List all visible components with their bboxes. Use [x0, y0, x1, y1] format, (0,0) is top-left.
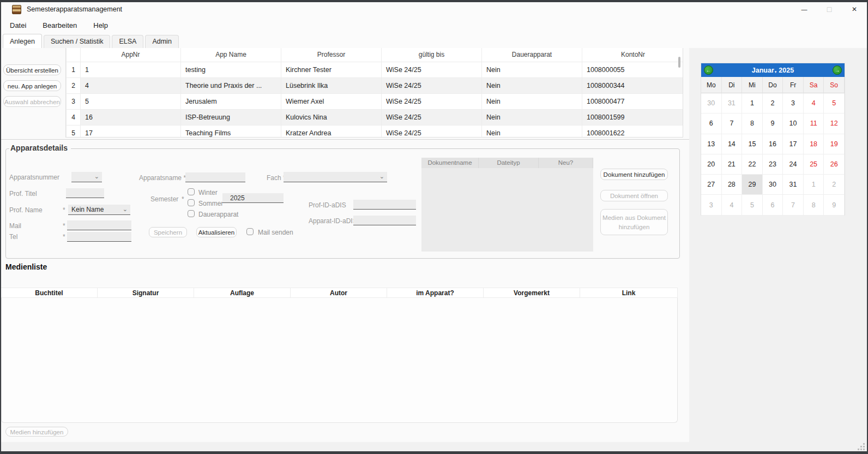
calendar-day[interactable]: 9: [824, 195, 845, 215]
calendar-day[interactable]: 30: [701, 93, 722, 113]
apps-col-g-ltig-bis[interactable]: gültig bis: [382, 48, 482, 62]
winter-radio[interactable]: [188, 188, 195, 195]
calendar-day[interactable]: 1: [804, 175, 824, 195]
calendar-day[interactable]: 29: [742, 175, 763, 195]
calendar-year[interactable]: 2025: [779, 67, 794, 74]
table-row[interactable]: 24Theorie und Praxis der ...Lüsebrink Il…: [67, 77, 684, 93]
calendar-day[interactable]: 31: [783, 175, 804, 195]
menu-item-help[interactable]: Help: [93, 21, 108, 29]
prof-titel-field[interactable]: [66, 188, 104, 198]
calendar-day[interactable]: 3: [783, 93, 804, 113]
apps-col-dauerapparat[interactable]: Dauerapparat: [482, 48, 582, 62]
calendar-day[interactable]: 6: [701, 113, 722, 134]
table-row[interactable]: 35JerusalemWiemer AxelWiSe 24/25Nein1008…: [67, 93, 684, 109]
calendar-month-caret-icon: ▾: [775, 70, 777, 74]
calendar-day[interactable]: 5: [824, 93, 845, 113]
tab-elsa[interactable]: ELSA: [112, 35, 143, 48]
calendar-day[interactable]: 7: [722, 113, 743, 134]
app-icon: [12, 5, 21, 14]
tab-suchen-statistik[interactable]: Suchen / Statistik: [44, 35, 111, 48]
aktualisieren-button[interactable]: Aktualisieren: [196, 227, 237, 237]
calendar-day[interactable]: 6: [763, 195, 783, 215]
calendar-day[interactable]: 28: [722, 175, 743, 195]
calendar-day[interactable]: 10: [783, 113, 804, 134]
dauerapparat-radio[interactable]: [188, 210, 195, 217]
calendar-month[interactable]: Januar: [752, 67, 774, 74]
menu-item-datei[interactable]: Datei: [10, 21, 26, 29]
calendar-day[interactable]: 2: [824, 175, 845, 195]
calendar-day[interactable]: 4: [804, 93, 824, 113]
calendar-day[interactable]: 18: [804, 134, 824, 154]
calendar-day[interactable]: 8: [804, 195, 824, 215]
dokument-hinzuf-gen-button[interactable]: Dokument hinzufügen: [600, 169, 668, 180]
calendar-day[interactable]: 12: [824, 113, 845, 134]
mail-senden-checkbox[interactable]: [246, 228, 254, 235]
apparatsname-field[interactable]: [185, 172, 245, 182]
table-row[interactable]: 416ISP-BetreuungKulovics NinaWiSe 24/25N…: [67, 109, 684, 125]
apps-table-scrollbar[interactable]: [678, 57, 680, 68]
chevron-down-icon: ⌄: [123, 206, 128, 213]
calendar-day[interactable]: 7: [783, 195, 804, 215]
app-window: Semesterapparatsmanagement DateiBearbeit…: [0, 0, 868, 454]
calendar-day[interactable]: 17: [783, 134, 804, 154]
prof-name-combo[interactable]: Kein Name⌄: [68, 205, 130, 215]
calendar-day[interactable]: 22: [742, 154, 763, 175]
sidebar-button-neu-app-anlegen[interactable]: neu. App anlegen: [3, 80, 61, 91]
mail-field[interactable]: [67, 220, 131, 230]
calendar-day[interactable]: 3: [701, 195, 722, 215]
table-row[interactable]: 11testingKirchner TesterWiSe 24/25Nein10…: [67, 62, 684, 77]
medien-col-buchtitel[interactable]: Buchtitel: [1, 288, 98, 297]
calendar-day[interactable]: 11: [804, 113, 824, 134]
apps-col-appnr[interactable]: AppNr: [81, 48, 181, 62]
calendar-day[interactable]: 20: [701, 154, 722, 175]
tab-admin[interactable]: Admin: [145, 35, 178, 48]
calendar-day[interactable]: 23: [763, 154, 783, 175]
sidebar-button-bersicht-erstellen[interactable]: Übersicht erstellen: [3, 64, 61, 75]
calendar-prev-button[interactable]: [704, 65, 713, 75]
calendar-day[interactable]: 13: [701, 134, 722, 154]
close-button[interactable]: [842, 2, 867, 16]
apparat-id-adis-field[interactable]: [353, 216, 416, 225]
calendar-next-button[interactable]: [833, 65, 842, 75]
medien-col-link[interactable]: Link: [580, 288, 678, 297]
menu-item-bearbeiten[interactable]: Bearbeiten: [43, 21, 77, 29]
prof-id-adis-field[interactable]: [353, 200, 416, 210]
medien-col-autor[interactable]: Autor: [291, 288, 387, 297]
apps-col-professor[interactable]: Professor: [281, 48, 382, 62]
calendar-day[interactable]: 16: [763, 134, 783, 154]
calendar-day[interactable]: 2: [763, 93, 783, 113]
calendar-day[interactable]: 31: [722, 93, 743, 113]
medien-col-auflage[interactable]: Auflage: [194, 288, 291, 297]
calendar-day[interactable]: 5: [742, 195, 763, 215]
calendar-day[interactable]: 4: [722, 195, 743, 215]
tel-field[interactable]: [67, 232, 131, 242]
tab-anlegen[interactable]: Anlegen: [3, 34, 42, 48]
calendar-day[interactable]: 24: [783, 154, 804, 175]
semester-year-field[interactable]: [222, 193, 284, 203]
apparatsnummer-combo[interactable]: ⌄: [71, 172, 102, 182]
resize-grip-icon[interactable]: [858, 444, 865, 450]
calendar-day[interactable]: 9: [763, 113, 783, 134]
medienliste-body: [1, 298, 678, 423]
calendar-day[interactable]: 21: [722, 154, 743, 175]
medien-col-signatur[interactable]: Signatur: [98, 288, 194, 297]
calendar-day[interactable]: 19: [824, 134, 845, 154]
apps-col-app-name[interactable]: App Name: [181, 48, 281, 62]
calendar-day[interactable]: 26: [824, 154, 845, 175]
calendar-day[interactable]: 8: [742, 113, 763, 134]
sommer-radio[interactable]: [188, 199, 195, 206]
calendar-day[interactable]: 30: [763, 175, 783, 195]
minimize-button[interactable]: [792, 2, 817, 16]
maximize-button[interactable]: [817, 2, 842, 16]
calendar-day[interactable]: 15: [742, 134, 763, 154]
fach-combo[interactable]: ⌄: [284, 172, 387, 182]
table-row[interactable]: 517Teaching FilmsKratzer AndreaWiSe 24/2…: [67, 125, 684, 138]
calendar-day[interactable]: 27: [701, 175, 722, 195]
calendar-day[interactable]: 25: [804, 154, 824, 175]
medien-col-vorgemerkt[interactable]: Vorgemerkt: [484, 288, 580, 297]
apps-col-kontonr[interactable]: KontoNr: [582, 48, 684, 62]
medien-col-im-apparat[interactable]: im Apparat?: [387, 288, 484, 297]
calendar-day[interactable]: 1: [742, 93, 763, 113]
calendar-day[interactable]: 14: [722, 134, 743, 154]
window-bottom-edge: [1, 451, 867, 454]
